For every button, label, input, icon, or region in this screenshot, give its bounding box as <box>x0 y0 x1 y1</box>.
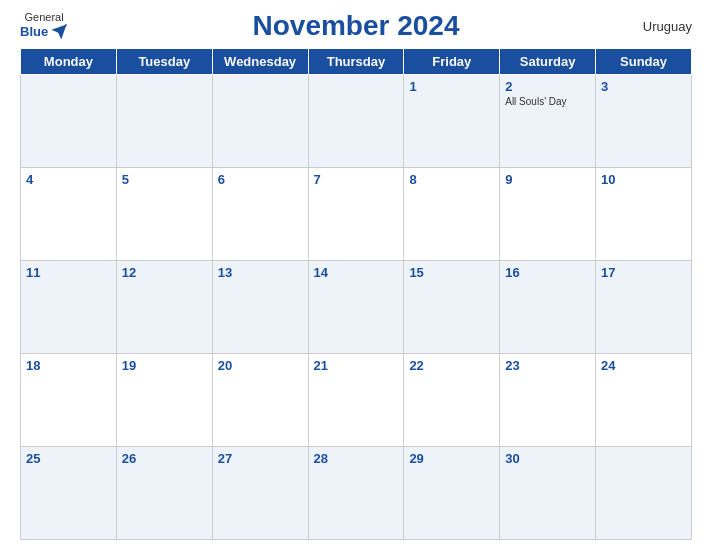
day-number: 19 <box>122 358 207 373</box>
calendar-cell: 8 <box>404 168 500 261</box>
day-of-week-header: Sunday <box>596 49 692 75</box>
day-of-week-header: Tuesday <box>116 49 212 75</box>
calendar-cell: 15 <box>404 261 500 354</box>
logo-general-text: General <box>25 11 64 23</box>
calendar-cell: 10 <box>596 168 692 261</box>
logo-bird-icon <box>50 23 68 41</box>
calendar-cell: 26 <box>116 447 212 540</box>
calendar-cell <box>308 75 404 168</box>
day-number: 11 <box>26 265 111 280</box>
day-of-week-header: Wednesday <box>212 49 308 75</box>
day-number: 8 <box>409 172 494 187</box>
day-number: 23 <box>505 358 590 373</box>
logo-blue-text: Blue <box>20 25 48 39</box>
calendar-cell: 20 <box>212 354 308 447</box>
day-number: 29 <box>409 451 494 466</box>
day-number: 30 <box>505 451 590 466</box>
day-number: 12 <box>122 265 207 280</box>
calendar-cell <box>116 75 212 168</box>
day-number: 15 <box>409 265 494 280</box>
calendar-cell: 12 <box>116 261 212 354</box>
logo: General Blue <box>20 11 68 41</box>
calendar-cell <box>212 75 308 168</box>
calendar-cell: 4 <box>21 168 117 261</box>
calendar-cell: 30 <box>500 447 596 540</box>
calendar-cell: 16 <box>500 261 596 354</box>
day-of-week-header: Saturday <box>500 49 596 75</box>
calendar-cell: 27 <box>212 447 308 540</box>
day-number: 1 <box>409 79 494 94</box>
day-number: 10 <box>601 172 686 187</box>
day-number: 4 <box>26 172 111 187</box>
calendar-cell: 29 <box>404 447 500 540</box>
day-number: 25 <box>26 451 111 466</box>
calendar-cell: 17 <box>596 261 692 354</box>
calendar-cell: 24 <box>596 354 692 447</box>
day-of-week-header: Thursday <box>308 49 404 75</box>
calendar-cell: 28 <box>308 447 404 540</box>
day-number: 14 <box>314 265 399 280</box>
day-number: 16 <box>505 265 590 280</box>
calendar-cell: 9 <box>500 168 596 261</box>
calendar-cell: 5 <box>116 168 212 261</box>
day-number: 28 <box>314 451 399 466</box>
day-number: 5 <box>122 172 207 187</box>
day-of-week-header: Friday <box>404 49 500 75</box>
day-number: 7 <box>314 172 399 187</box>
calendar-cell: 25 <box>21 447 117 540</box>
calendar-cell: 23 <box>500 354 596 447</box>
day-number: 26 <box>122 451 207 466</box>
month-title: November 2024 <box>252 10 459 42</box>
calendar-cell: 14 <box>308 261 404 354</box>
calendar-cell: 19 <box>116 354 212 447</box>
day-number: 3 <box>601 79 686 94</box>
day-number: 18 <box>26 358 111 373</box>
calendar-cell: 22 <box>404 354 500 447</box>
country-label: Uruguay <box>643 19 692 34</box>
day-number: 24 <box>601 358 686 373</box>
day-number: 27 <box>218 451 303 466</box>
calendar-cell <box>21 75 117 168</box>
day-number: 17 <box>601 265 686 280</box>
day-of-week-header: Monday <box>21 49 117 75</box>
calendar-cell: 18 <box>21 354 117 447</box>
calendar-cell: 13 <box>212 261 308 354</box>
calendar-cell: 3 <box>596 75 692 168</box>
calendar-cell: 7 <box>308 168 404 261</box>
holiday-label: All Souls' Day <box>505 96 590 107</box>
day-number: 22 <box>409 358 494 373</box>
day-number: 21 <box>314 358 399 373</box>
calendar-header: General Blue November 2024 Uruguay <box>20 10 692 42</box>
day-number: 20 <box>218 358 303 373</box>
day-number: 2 <box>505 79 590 94</box>
day-number: 9 <box>505 172 590 187</box>
calendar-cell: 6 <box>212 168 308 261</box>
calendar-cell: 11 <box>21 261 117 354</box>
day-number: 13 <box>218 265 303 280</box>
calendar-cell <box>596 447 692 540</box>
calendar-cell: 1 <box>404 75 500 168</box>
calendar-cell: 21 <box>308 354 404 447</box>
day-number: 6 <box>218 172 303 187</box>
calendar-table: MondayTuesdayWednesdayThursdayFridaySatu… <box>20 48 692 540</box>
calendar-cell: 2All Souls' Day <box>500 75 596 168</box>
